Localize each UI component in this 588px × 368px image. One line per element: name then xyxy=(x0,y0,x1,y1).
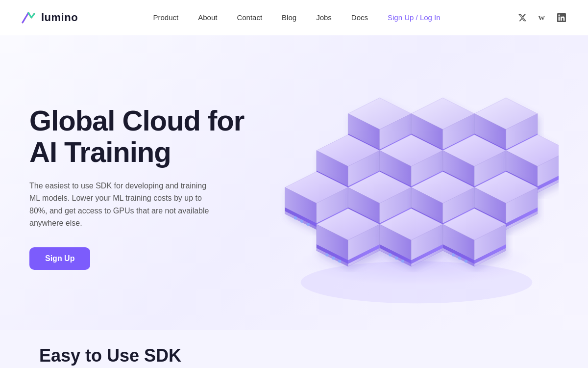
server-illustration xyxy=(274,60,559,315)
hero-illustration xyxy=(274,60,559,315)
svg-point-84 xyxy=(338,260,341,263)
svg-point-98 xyxy=(465,260,467,263)
nav-docs[interactable]: Docs xyxy=(343,9,376,26)
svg-point-99 xyxy=(301,261,533,303)
linkedin-icon[interactable] xyxy=(555,11,568,25)
brand-name: lumino xyxy=(41,11,78,24)
hero-content: Global Cloud for AI Training The easiest… xyxy=(29,105,245,270)
svg-text:W: W xyxy=(538,14,545,22)
svg-point-55 xyxy=(300,220,303,223)
hero-signup-button[interactable]: Sign Up xyxy=(29,247,90,270)
nav-signup[interactable]: Sign Up / Log In xyxy=(380,9,448,26)
svg-point-56 xyxy=(307,223,310,226)
hero-subtitle: The easiest to use SDK for developing an… xyxy=(29,180,216,230)
social-links: W xyxy=(515,11,568,25)
svg-point-96 xyxy=(452,253,455,256)
twitter-icon[interactable] xyxy=(515,11,529,25)
nav-product[interactable]: Product xyxy=(146,9,187,26)
nav-contact[interactable]: Contact xyxy=(229,9,270,26)
svg-point-83 xyxy=(332,257,335,260)
w-icon[interactable]: W xyxy=(535,11,549,25)
svg-point-89 xyxy=(389,253,392,256)
bottom-title: Easy to Use SDK xyxy=(39,345,181,366)
svg-point-97 xyxy=(458,257,461,260)
bottom-section: Easy to Use SDK xyxy=(0,330,588,368)
navbar: lumino Product About Contact Blog Jobs D… xyxy=(0,0,588,35)
logo-icon xyxy=(20,9,37,26)
svg-point-82 xyxy=(325,253,328,256)
hero-title: Global Cloud for AI Training xyxy=(29,105,245,168)
nav-jobs[interactable]: Jobs xyxy=(308,9,340,26)
logo-link[interactable]: lumino xyxy=(20,9,78,26)
nav-menu: Product About Contact Blog Jobs Docs Sig… xyxy=(146,13,448,22)
nav-blog[interactable]: Blog xyxy=(274,9,304,26)
hero-section: Global Cloud for AI Training The easiest… xyxy=(0,35,588,330)
svg-point-54 xyxy=(294,216,297,219)
svg-point-90 xyxy=(395,257,398,260)
nav-about[interactable]: About xyxy=(190,9,225,26)
